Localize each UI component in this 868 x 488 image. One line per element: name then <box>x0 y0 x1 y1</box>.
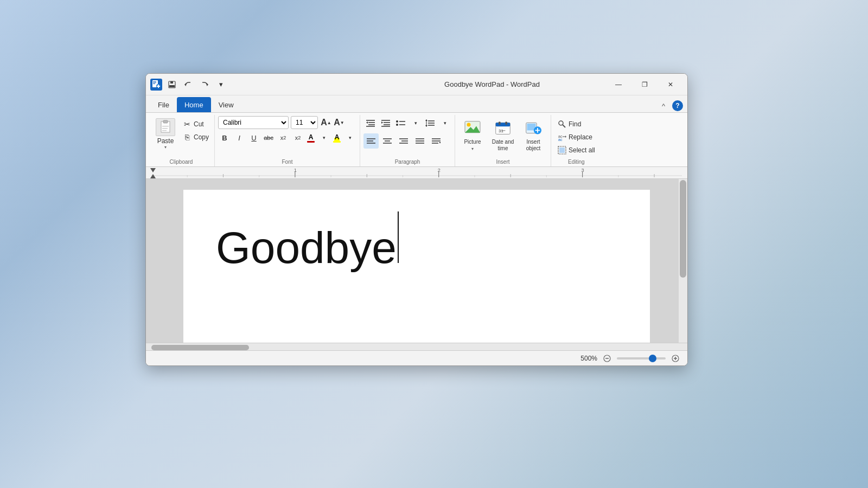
align-left-button[interactable] <box>363 133 379 149</box>
ribbon-collapse-button[interactable]: ^ <box>657 99 670 112</box>
qat-customize-button[interactable]: ▾ <box>214 78 227 91</box>
document-page[interactable]: Goodbye <box>183 190 650 343</box>
tab-file[interactable]: File <box>150 97 177 112</box>
strikethrough-button[interactable]: abc <box>262 131 275 144</box>
cut-icon: ✂ <box>183 120 192 129</box>
paragraph-group: ▾ ▾ <box>360 115 455 166</box>
highlight-bar <box>333 141 341 143</box>
svg-rect-3 <box>153 84 155 84</box>
paragraph-row1: ▾ ▾ <box>363 116 451 130</box>
align-distributed-button[interactable] <box>429 133 444 149</box>
ribbon-tabs: File Home View ^ ? <box>146 95 687 113</box>
svg-marker-36 <box>425 125 427 127</box>
svg-point-28 <box>396 124 398 126</box>
svg-text:ac: ac <box>558 138 563 142</box>
vertical-scrollbar[interactable] <box>679 179 687 343</box>
superscript-button[interactable]: x2 <box>291 131 304 144</box>
bullets-dropdown[interactable]: ▾ <box>409 117 422 130</box>
italic-button[interactable]: I <box>233 131 246 144</box>
ruler-left-indent-bottom[interactable] <box>150 174 156 178</box>
scrollbar-thumb[interactable] <box>680 180 686 278</box>
font-color-button[interactable]: A <box>306 133 316 143</box>
datetime-label: Date and time <box>491 139 515 152</box>
line-spacing-dropdown[interactable]: ▾ <box>438 117 451 130</box>
align-right-button[interactable] <box>396 133 411 149</box>
clipboard-group: Paste ▾ ✂ Cut ⎘ Copy Clipboard <box>148 115 215 166</box>
svg-rect-2 <box>153 82 156 83</box>
wordpad-window: ▾ Goodbye WordPad - WordPad — ❐ ✕ File H… <box>145 73 688 366</box>
underline-button[interactable]: U <box>247 131 260 144</box>
decrease-indent-button[interactable] <box>363 116 378 130</box>
highlight-dropdown[interactable]: ▾ <box>343 131 356 144</box>
highlight-icon: A <box>334 133 340 141</box>
align-center-button[interactable] <box>380 133 395 149</box>
svg-point-55 <box>467 123 471 126</box>
font-size-select[interactable]: 11 <box>291 116 318 129</box>
select-all-button[interactable]: Select all <box>554 144 598 156</box>
svg-point-27 <box>396 120 398 123</box>
app-icon <box>150 79 162 91</box>
horizontal-scrollbar-thumb[interactable] <box>151 345 249 350</box>
copy-button[interactable]: ⎘ Copy <box>181 131 211 143</box>
document-area[interactable]: Goodbye <box>146 179 687 343</box>
qat-redo-button[interactable] <box>198 78 211 91</box>
font-name-select[interactable]: Calibri <box>218 116 289 129</box>
svg-rect-8 <box>170 81 173 84</box>
svg-marker-35 <box>425 119 427 121</box>
zoom-plus-button[interactable] <box>670 353 681 364</box>
ruler-left-indent-top[interactable] <box>150 168 156 172</box>
paragraph-group-content: ▾ ▾ <box>363 115 451 158</box>
picture-label: Picture <box>464 139 481 145</box>
datetime-button[interactable]: 31 Date and time <box>489 116 517 154</box>
font-color-dropdown[interactable]: ▾ <box>317 131 330 144</box>
paste-icon <box>156 118 175 136</box>
tab-home[interactable]: Home <box>177 97 211 112</box>
paste-button[interactable]: Paste ▾ <box>151 116 180 152</box>
insert-group: Picture ▾ 31 <box>455 115 551 166</box>
bullets-button[interactable] <box>394 116 408 130</box>
svg-point-69 <box>559 121 563 125</box>
align-justify-button[interactable] <box>412 133 427 149</box>
svg-rect-1 <box>153 81 156 82</box>
tab-view[interactable]: View <box>211 97 241 112</box>
datetime-icon: 31 <box>493 118 513 138</box>
insert-object-button[interactable]: Insert object <box>519 116 547 154</box>
select-all-label: Select all <box>569 146 595 154</box>
zoom-minus-button[interactable] <box>602 353 612 364</box>
status-bar: 500% <box>146 350 687 365</box>
maximize-button[interactable]: ❐ <box>632 76 657 93</box>
replace-button[interactable]: ac ac Replace <box>554 131 598 143</box>
copy-label: Copy <box>194 133 209 141</box>
svg-rect-59 <box>499 122 501 125</box>
picture-dropdown[interactable]: ▾ <box>471 146 474 151</box>
ribbon-help-button[interactable]: ? <box>672 100 683 111</box>
find-button[interactable]: Find <box>554 118 598 130</box>
font-grow-button[interactable]: A▲ <box>320 117 332 129</box>
insert-group-content: Picture ▾ 31 <box>458 115 547 158</box>
zoom-level: 500% <box>580 355 597 362</box>
horizontal-scrollbar[interactable] <box>146 343 687 350</box>
bold-button[interactable]: B <box>218 131 231 144</box>
zoom-slider-thumb[interactable] <box>649 355 656 362</box>
qat-undo-button[interactable] <box>182 78 195 91</box>
svg-rect-76 <box>559 147 565 153</box>
copy-icon: ⎘ <box>183 133 192 142</box>
paste-dropdown-arrow[interactable]: ▾ <box>164 145 167 150</box>
subscript-button[interactable]: x2 <box>277 131 290 144</box>
cut-button[interactable]: ✂ Cut <box>181 118 211 130</box>
picture-button[interactable]: Picture ▾ <box>458 116 487 153</box>
line-spacing-button[interactable] <box>423 116 437 130</box>
minimize-button[interactable]: — <box>606 76 631 93</box>
svg-rect-58 <box>496 123 510 126</box>
highlight-button[interactable]: A <box>332 133 342 143</box>
close-button[interactable]: ✕ <box>658 76 683 93</box>
svg-marker-26 <box>381 121 383 124</box>
paragraph-row2 <box>363 133 451 149</box>
svg-marker-74 <box>565 136 566 138</box>
qat-save-button[interactable] <box>165 78 178 91</box>
font-shrink-button[interactable]: A▼ <box>333 117 345 129</box>
increase-indent-button[interactable] <box>379 116 393 130</box>
svg-rect-9 <box>169 85 175 87</box>
clipboard-group-content: Paste ▾ ✂ Cut ⎘ Copy <box>151 115 211 158</box>
zoom-slider-track[interactable] <box>617 357 666 359</box>
